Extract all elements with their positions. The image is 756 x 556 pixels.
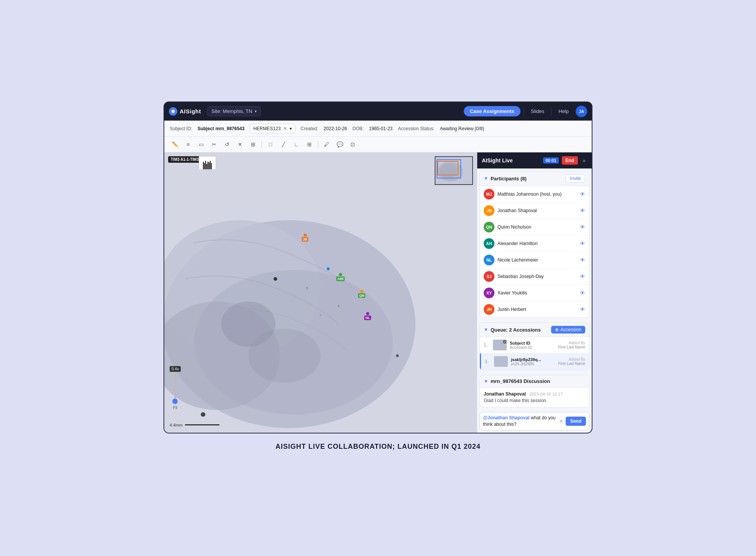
zoom-slider-thumb[interactable]	[172, 399, 178, 404]
participants-header: ▼ Participants (8) Invite	[480, 171, 589, 186]
zoom-fit-label[interactable]: Fit	[173, 406, 177, 410]
discussion-toggle[interactable]: ▼	[484, 379, 488, 384]
queue-info: Subject ID Accession ID	[510, 341, 555, 350]
participant-row: AH Alexander Hamilton 👁	[480, 235, 589, 252]
participants-toggle[interactable]: ▼	[484, 176, 488, 181]
discussion-header: ▼ mrn_9876543 Discussion	[480, 375, 589, 388]
accession-dropdown-icon[interactable]: ▾	[290, 126, 292, 131]
marker-label: JS	[302, 237, 308, 242]
accession-clear-btn[interactable]: ✕	[283, 126, 287, 131]
slide-viewer[interactable]: TIM3 A1-1-TIM3	[164, 152, 477, 433]
queue-item[interactable]: 1. jsakljr8p239q... yn24.JH298N Added By…	[480, 353, 589, 370]
zoom-level: 0.4x	[170, 366, 181, 372]
angle-tool[interactable]: ∟	[291, 139, 302, 150]
site-label: Site: Memphis, TN	[211, 108, 252, 114]
dob-label: DOB:	[352, 126, 363, 131]
queue-subject: jsakljr8p239q...	[511, 357, 555, 362]
follow-icon[interactable]: 👁	[580, 208, 585, 214]
follow-icon[interactable]: 👁	[580, 273, 585, 280]
queue-toggle[interactable]: ▼	[484, 327, 488, 332]
monitor-tool[interactable]: ▭	[196, 139, 206, 150]
barcode-line	[208, 162, 208, 169]
participant-name: Nicole Lachenmeier	[497, 257, 577, 263]
follow-icon[interactable]: 👁	[580, 306, 585, 312]
undo-tool[interactable]: ↺	[222, 139, 232, 150]
case-assignments-button[interactable]: Case Assignments	[464, 106, 520, 116]
line-tool[interactable]: ╱	[278, 139, 289, 150]
marker-am: A85	[336, 273, 345, 281]
marker-qn: QN	[358, 290, 366, 298]
participant-name: Sebastian Joseph-Day	[497, 274, 577, 279]
follow-icon[interactable]: 👁	[580, 224, 585, 230]
live-timer: 00:01	[543, 157, 558, 164]
participant-row: JH Justin Herbert 👁	[480, 301, 589, 317]
queue-info: jsakljr8p239q... yn24.JH298N	[511, 357, 555, 366]
chevron-down-icon: ▾	[255, 109, 257, 113]
subject-id-label: Subject ID:	[170, 126, 192, 131]
follow-icon[interactable]: 👁	[580, 191, 585, 197]
participant-row: MJ Matthias Johannson (host, you) 👁	[480, 186, 589, 203]
draw-tool[interactable]: 🖊	[321, 139, 332, 150]
scale-bar: 4.4mm	[170, 423, 219, 427]
rect-tool[interactable]: □	[265, 139, 276, 150]
slides-button[interactable]: Slides	[527, 106, 548, 116]
logo-area: ◉ AISight	[169, 107, 201, 116]
chat-mention: @Jonathan Shapoval	[483, 415, 530, 420]
live-expand-button[interactable]: »	[581, 157, 587, 164]
barcode-line	[209, 162, 209, 169]
toolbar: ✏️ ≡ ▭ ✂ ↺ ✕ ⊞ □ ╱ ∟ ⊞ 🖊 💬 ⊡	[164, 137, 592, 152]
zoom-slider-track[interactable]	[174, 373, 176, 404]
participant-name: Matthias Johannson (host, you)	[497, 191, 577, 197]
align-tool[interactable]: ⊞	[248, 139, 259, 150]
pencil-tool[interactable]: ✏️	[170, 139, 180, 150]
participant-row: JS Jonathan Shapoval 👁	[480, 203, 589, 219]
participant-avatar: JS	[484, 205, 494, 216]
chat-input-area[interactable]: @Jonathan Shapoval what do you think abo…	[479, 412, 589, 430]
participant-name: Xavier Youkilis	[497, 290, 577, 296]
nav-divider	[524, 108, 524, 115]
scissors-tool[interactable]: ✂	[209, 139, 219, 150]
follow-icon[interactable]: 👁	[580, 240, 585, 247]
queue-list: 1. 3 Subject ID Accession ID Added By Fi…	[480, 337, 589, 370]
follow-icon[interactable]: 👁	[580, 257, 585, 263]
cross-tool[interactable]: ✕	[235, 139, 245, 150]
comment-tool[interactable]: 💬	[334, 139, 345, 150]
invite-button[interactable]: Invite	[566, 174, 585, 183]
thumbnail-viewport-blue	[437, 159, 461, 178]
live-header: AISight Live 00:01 End »	[477, 152, 592, 168]
discussion-message: Jonathan Shapoval 2023-04-10 10:17 Glad …	[484, 391, 585, 403]
queue-added-label: Added By	[558, 341, 585, 345]
disc-time: 2023-04-10 10:17	[529, 392, 563, 396]
barcode-line	[211, 163, 212, 169]
marker-dot	[366, 312, 369, 315]
participant-name: Justin Herbert	[497, 307, 577, 312]
queue-item[interactable]: 1. 3 Subject ID Accession ID Added By Fi…	[480, 337, 589, 353]
chat-send-button[interactable]: Send	[566, 417, 586, 426]
queue-subject: Subject ID	[510, 341, 555, 345]
crop-tool[interactable]: ⊡	[347, 139, 358, 150]
accession-status-value: Awaiting Review (0/8)	[440, 126, 484, 131]
discussion-body: Jonathan Shapoval 2023-04-10 10:17 Glad …	[480, 388, 589, 407]
accession-input[interactable]: HERMES123 ✕ ▾	[250, 124, 295, 133]
marker-dot	[304, 234, 307, 237]
tissue-image	[164, 152, 477, 433]
follow-icon[interactable]: 👁	[580, 290, 585, 296]
help-button[interactable]: Help	[555, 106, 573, 116]
queue-thumbnail	[494, 356, 508, 367]
queue-accession-id: Accession ID	[510, 345, 555, 350]
add-accession-button[interactable]: ⊕ Accession	[551, 326, 585, 334]
chat-input-text[interactable]: @Jonathan Shapoval what do you think abo…	[483, 415, 556, 428]
outer-wrapper: ◉ AISight Site: Memphis, TN ▾ Case Assig…	[156, 90, 600, 466]
participant-avatar: SJ	[484, 271, 494, 282]
svg-point-8	[396, 355, 399, 357]
user-avatar-nav[interactable]: JA	[576, 106, 587, 117]
svg-point-11	[338, 305, 340, 307]
list-tool[interactable]: ≡	[183, 139, 193, 150]
created-value: 2022-10-26	[324, 126, 347, 131]
chat-clear-button[interactable]: ✕	[559, 418, 563, 424]
live-end-button[interactable]: End	[562, 156, 578, 165]
site-selector[interactable]: Site: Memphis, TN ▾	[207, 106, 261, 116]
toolbar-sep-1	[262, 141, 262, 148]
grid-tool[interactable]: ⊞	[304, 139, 315, 150]
top-nav: ◉ AISight Site: Memphis, TN ▾ Case Assig…	[164, 102, 592, 121]
